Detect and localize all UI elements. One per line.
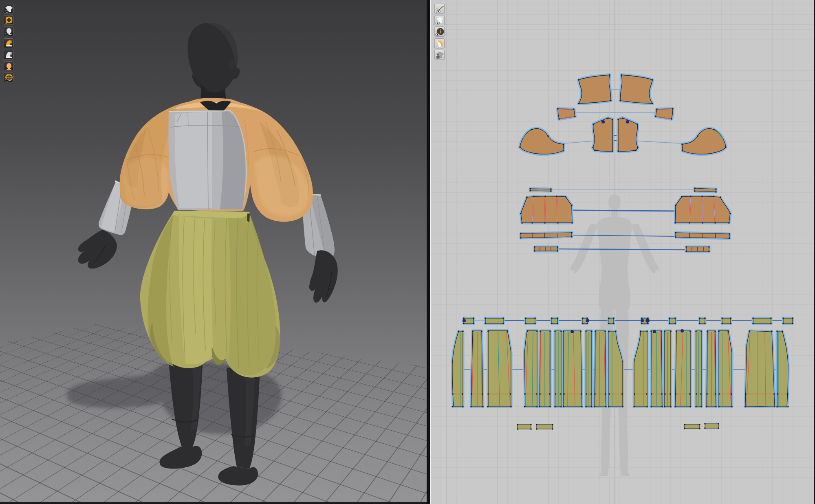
svg-text:i: i [440,29,441,35]
